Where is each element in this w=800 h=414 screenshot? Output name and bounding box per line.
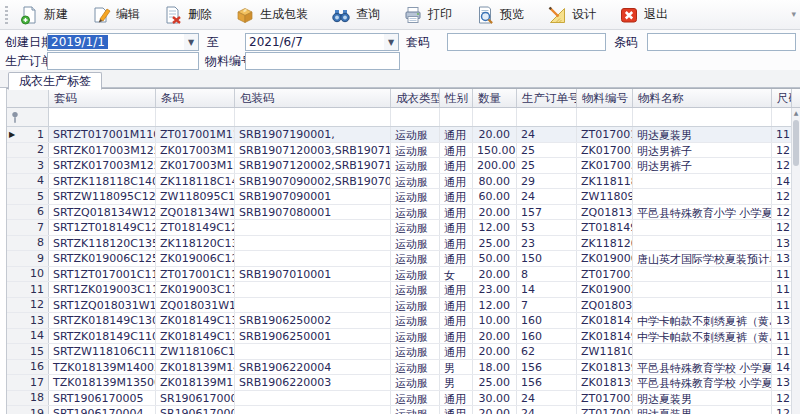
cell-gender[interactable]: 通用 (440, 298, 473, 313)
cell-order-no[interactable]: 160 (517, 313, 577, 328)
cell-set-code[interactable]: TZK018139M13500 (49, 375, 156, 390)
cell-set-code[interactable]: SRT1906170004 (49, 406, 156, 414)
cell-set-code[interactable]: SRTZW118095C12500 (49, 189, 156, 204)
cell-qty[interactable]: 20.00 (473, 205, 517, 220)
row-indicator[interactable]: 6 (7, 205, 49, 220)
row-indicator[interactable]: 18 (7, 391, 49, 406)
column-header-material-name[interactable]: 物料名称 (633, 89, 772, 107)
table-row[interactable]: 14SRTZK018149C11000ZK018149C11000SRB1906… (7, 329, 800, 345)
cell-material-name[interactable] (633, 267, 772, 282)
cell-size[interactable]: 11 (772, 282, 792, 297)
cell-material-name[interactable]: 明达夏装男 (633, 406, 772, 414)
cell-size[interactable]: 12 (772, 143, 792, 158)
cell-size[interactable]: 14 (772, 360, 792, 375)
cell-type[interactable]: 运动服 (391, 127, 440, 142)
toolbar-button-exit[interactable]: 退出 (613, 2, 676, 28)
cell-material-no[interactable]: ZK019003C (577, 282, 633, 297)
cell-size[interactable]: 12 (772, 220, 792, 235)
cell-qty[interactable]: 23.00 (473, 282, 517, 297)
cell-gender[interactable]: 通用 (440, 313, 473, 328)
cell-gender[interactable]: 通用 (440, 189, 473, 204)
cell-gender[interactable]: 通用 (440, 329, 473, 344)
cell-package-codes[interactable]: SRB1907120002,SRB1907120005, (235, 158, 391, 173)
cell-package-codes[interactable] (235, 220, 391, 235)
cell-set-code[interactable]: SRTZK118120C13502 (49, 236, 156, 251)
cell-qty[interactable]: 25.00 (473, 375, 517, 390)
cell-package-codes[interactable] (235, 406, 391, 414)
toolbar-button-search-binoculars[interactable]: 查询 (325, 2, 388, 28)
cell-order-no[interactable]: 156 (517, 375, 577, 390)
cell-size[interactable]: 12 (772, 205, 792, 220)
cell-size[interactable]: 13 (772, 375, 792, 390)
cell-set-code[interactable]: SRTZQ018134W12000 (49, 205, 156, 220)
filter-cell-gender[interactable] (440, 108, 473, 126)
cell-material-no[interactable]: ZK018149C (577, 329, 633, 344)
cell-type[interactable]: 运动服 (391, 267, 440, 282)
cell-order-no[interactable]: 62 (517, 344, 577, 359)
table-row[interactable]: 2SRTZK017003M12500ZK017003M12500SRB19071… (7, 143, 800, 159)
column-header-size[interactable]: 尺码 (772, 89, 792, 107)
cell-gender[interactable]: 通用 (440, 391, 473, 406)
cell-material-no[interactable]: ZT017001M (577, 406, 633, 414)
cell-material-name[interactable] (633, 282, 772, 297)
cell-material-no[interactable]: ZT017001M (577, 391, 633, 406)
table-row[interactable]: 12SRT1ZQ018031W11000ZQ018031W11000运动服通用1… (7, 298, 800, 314)
cell-gender[interactable]: 通用 (440, 143, 473, 158)
cell-barcode[interactable]: ZW118095C12500 (156, 189, 235, 204)
row-indicator[interactable]: 16 (7, 360, 49, 375)
production-order-input[interactable] (47, 52, 199, 70)
toolbar-grip[interactable] (5, 6, 8, 24)
cell-order-no[interactable]: 25 (517, 158, 577, 173)
column-header-set-code[interactable]: 套码 (49, 89, 156, 107)
cell-size[interactable]: 11 (772, 127, 792, 142)
scroll-up-icon[interactable]: ▲ (792, 108, 800, 118)
toolbar-button-edit[interactable]: 编辑 (85, 2, 148, 28)
cell-qty[interactable]: 18.00 (473, 360, 517, 375)
cell-material-no[interactable]: ZT017001C (577, 267, 633, 282)
cell-barcode[interactable]: ZK018139M13500 (156, 375, 235, 390)
row-indicator[interactable]: 3 (7, 158, 49, 173)
cell-order-no[interactable]: 24 (517, 406, 577, 414)
cell-set-code[interactable]: SRT1ZQ018031W11000 (49, 298, 156, 313)
cell-qty[interactable]: 20.00 (473, 329, 517, 344)
cell-material-name[interactable] (633, 220, 772, 235)
cell-qty[interactable]: 200.00 (473, 158, 517, 173)
cell-material-no[interactable]: ZK118120C (577, 236, 633, 251)
filter-cell-material-no[interactable] (577, 108, 633, 126)
table-row[interactable]: 17TZK018139M13500ZK018139M13500SRB190622… (7, 375, 800, 391)
cell-gender[interactable]: 通用 (440, 127, 473, 142)
cell-order-no[interactable]: 25 (517, 143, 577, 158)
cell-material-no[interactable]: ZQ018031W (577, 298, 633, 313)
cell-package-codes[interactable]: SRB1907090001 (235, 189, 391, 204)
cell-set-code[interactable]: SRT1ZT017001C11000 (49, 267, 156, 282)
cell-qty[interactable]: 25.00 (473, 236, 517, 251)
cell-package-codes[interactable]: SRB1906250001 (235, 329, 391, 344)
cell-package-codes[interactable]: SRB1907010001 (235, 267, 391, 282)
row-indicator[interactable]: 17 (7, 375, 49, 390)
cell-type[interactable]: 运动服 (391, 298, 440, 313)
cell-gender[interactable]: 通用 (440, 158, 473, 173)
cell-material-no[interactable]: ZK019006C (577, 251, 633, 266)
row-indicator[interactable]: 5 (7, 189, 49, 204)
filter-cell-package-codes[interactable] (235, 108, 391, 126)
cell-package-codes[interactable]: SRB1906250002 (235, 313, 391, 328)
table-row[interactable]: 19SRT1906170004SR1906170006运动服通用20.0024Z… (7, 406, 800, 414)
cell-order-no[interactable]: 7 (517, 298, 577, 313)
cell-order-no[interactable]: 156 (517, 360, 577, 375)
filter-cell-order-no[interactable] (517, 108, 577, 126)
table-row[interactable]: 3SRTZK017003M12500ZK017003M12500SRB19071… (7, 158, 800, 174)
cell-barcode[interactable]: SR1906170008 (156, 391, 235, 406)
cell-material-name[interactable]: 中学卡帕款不刺绣夏裤（黄岛店） (633, 313, 772, 328)
row-indicator[interactable]: 19 (7, 406, 49, 414)
row-indicator[interactable]: 14 (7, 329, 49, 344)
cell-gender[interactable]: 男 (440, 360, 473, 375)
cell-qty[interactable]: 12.00 (473, 220, 517, 235)
cell-size[interactable]: 13 (772, 251, 792, 266)
toolbar-button-new-doc[interactable]: 新建 (13, 2, 76, 28)
cell-qty[interactable]: 10.00 (473, 313, 517, 328)
cell-set-code[interactable]: SRTZK017003M12500 (49, 158, 156, 173)
row-indicator[interactable]: 7 (7, 220, 49, 235)
cell-material-no[interactable]: ZK018139M (577, 360, 633, 375)
table-row[interactable]: 16TZK018139M14002ZK018139M14002SRB190622… (7, 360, 800, 376)
cell-size[interactable]: 13 (772, 313, 792, 328)
